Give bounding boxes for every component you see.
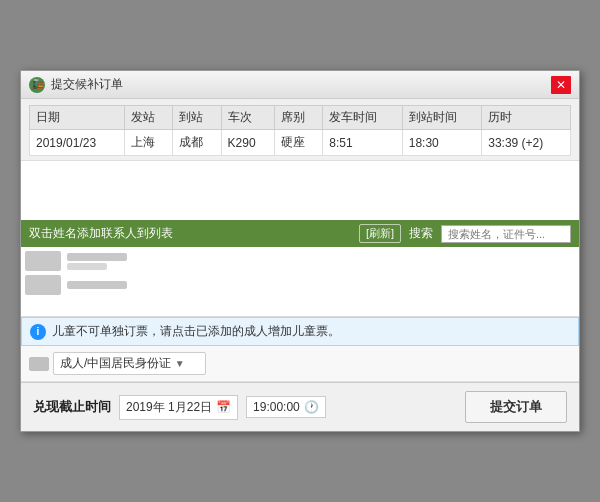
time-input[interactable]: 19:00:00 🕐 bbox=[246, 396, 326, 418]
table-row[interactable]: 2019/01/23上海成都K290硬座8:5118:3033:39 (+2) bbox=[30, 130, 571, 156]
contact-header-label: 双击姓名添加联系人到列表 bbox=[29, 225, 351, 242]
empty-spacer bbox=[21, 160, 579, 220]
col-date: 日期 bbox=[30, 106, 125, 130]
app-icon: 🚂 bbox=[29, 77, 45, 93]
contact-list bbox=[21, 247, 579, 317]
table-cell: 8:51 bbox=[323, 130, 402, 156]
train-table-section: 日期 发站 到站 车次 席别 发车时间 到站时间 历时 2019/01/23上海… bbox=[21, 99, 579, 160]
sub-line bbox=[67, 263, 107, 270]
table-cell: 上海 bbox=[125, 130, 173, 156]
submit-button[interactable]: 提交订单 bbox=[465, 391, 567, 423]
info-notice: i 儿童不可单独订票，请点击已添加的成人增加儿童票。 bbox=[21, 317, 579, 346]
title-bar: 🚂 提交候补订单 ✕ bbox=[21, 71, 579, 99]
avatar bbox=[25, 275, 61, 295]
deadline-label: 兑现截止时间 bbox=[33, 398, 111, 416]
dropdown-arrow-icon: ▼ bbox=[175, 358, 185, 369]
table-cell: 33:39 (+2) bbox=[482, 130, 571, 156]
date-value: 2019年 1月22日 bbox=[126, 399, 212, 416]
close-button[interactable]: ✕ bbox=[551, 76, 571, 94]
list-item[interactable] bbox=[25, 275, 575, 295]
notice-text: 儿童不可单独订票，请点击已添加的成人增加儿童票。 bbox=[52, 323, 340, 340]
table-cell: 18:30 bbox=[402, 130, 481, 156]
table-cell: 2019/01/23 bbox=[30, 130, 125, 156]
calendar-icon[interactable]: 📅 bbox=[216, 400, 231, 414]
table-cell: 成都 bbox=[173, 130, 221, 156]
passenger-avatar bbox=[29, 357, 49, 371]
table-cell: 硬座 bbox=[275, 130, 323, 156]
col-to: 到站 bbox=[173, 106, 221, 130]
list-item[interactable] bbox=[25, 251, 575, 271]
search-input[interactable] bbox=[441, 225, 571, 243]
col-duration: 历时 bbox=[482, 106, 571, 130]
table-header-row: 日期 发站 到站 车次 席别 发车时间 到站时间 历时 bbox=[30, 106, 571, 130]
col-arrive: 到站时间 bbox=[402, 106, 481, 130]
col-depart: 发车时间 bbox=[323, 106, 402, 130]
dialog-window: 🚂 提交候补订单 ✕ 日期 发站 到站 车次 席别 发车时间 到站时间 历时 bbox=[20, 70, 580, 432]
contact-header: 双击姓名添加联系人到列表 [刷新] 搜索 bbox=[21, 220, 579, 247]
dialog-title: 提交候补订单 bbox=[51, 76, 551, 93]
bottom-bar: 兑现截止时间 2019年 1月22日 📅 19:00:00 🕐 提交订单 bbox=[21, 382, 579, 431]
col-from: 发站 bbox=[125, 106, 173, 130]
info-icon: i bbox=[30, 324, 46, 340]
col-train: 车次 bbox=[221, 106, 274, 130]
name-line bbox=[67, 281, 127, 289]
avatar bbox=[25, 251, 61, 271]
contact-info bbox=[67, 253, 127, 270]
table-cell: K290 bbox=[221, 130, 274, 156]
contact-info bbox=[67, 281, 127, 289]
name-line bbox=[67, 253, 127, 261]
clock-icon[interactable]: 🕐 bbox=[304, 400, 319, 414]
date-input[interactable]: 2019年 1月22日 📅 bbox=[119, 395, 238, 420]
col-seat: 席别 bbox=[275, 106, 323, 130]
passenger-type-dropdown[interactable]: 成人/中国居民身份证 ▼ bbox=[53, 352, 206, 375]
time-value: 19:00:00 bbox=[253, 400, 300, 414]
passenger-type-row: 成人/中国居民身份证 ▼ bbox=[21, 346, 579, 382]
search-label: 搜索 bbox=[409, 225, 433, 242]
train-table: 日期 发站 到站 车次 席别 发车时间 到站时间 历时 2019/01/23上海… bbox=[29, 105, 571, 156]
dialog-content: 日期 发站 到站 车次 席别 发车时间 到站时间 历时 2019/01/23上海… bbox=[21, 99, 579, 431]
refresh-button[interactable]: [刷新] bbox=[359, 224, 401, 243]
